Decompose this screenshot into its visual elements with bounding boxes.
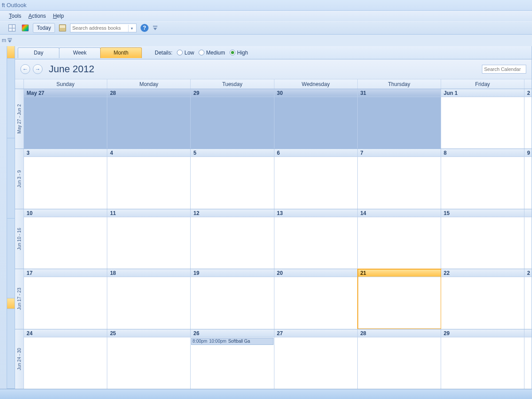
day-body[interactable]: [274, 217, 357, 269]
day-cell[interactable]: 18: [107, 269, 191, 329]
prev-month-button[interactable]: ←: [20, 64, 30, 74]
week-range-label[interactable]: May 27 - Jun 2: [15, 89, 24, 149]
view-tab-day[interactable]: Day: [18, 47, 59, 58]
day-body[interactable]: [274, 277, 357, 329]
day-cell[interactable]: 28: [358, 329, 441, 389]
week-range-label[interactable]: Jun 3 - 9: [15, 149, 24, 208]
day-body[interactable]: [358, 97, 441, 149]
week-range-label[interactable]: Jun 10 - 16: [15, 209, 24, 269]
collapsed-panel-band[interactable]: [7, 59, 15, 138]
day-cell[interactable]: 20: [274, 269, 358, 329]
day-cell[interactable]: 5: [191, 149, 274, 208]
day-cell[interactable]: 22: [441, 269, 524, 329]
day-cell[interactable]: 27: [274, 329, 358, 389]
day-body[interactable]: [524, 277, 532, 329]
day-cell[interactable]: 8: [441, 149, 524, 208]
toolbar-overflow-icon[interactable]: [153, 23, 158, 33]
day-body[interactable]: [441, 277, 524, 329]
day-body[interactable]: [441, 217, 524, 269]
appointment-item[interactable]: 8:00pm10:00pmSoftball Ga: [191, 338, 273, 345]
day-cell[interactable]: 29: [191, 89, 274, 149]
day-body[interactable]: [191, 157, 274, 208]
day-body[interactable]: [24, 157, 107, 208]
address-search-dropdown-icon[interactable]: ▼: [128, 25, 135, 32]
day-cell[interactable]: 3: [24, 149, 107, 208]
day-cell[interactable]: 7: [358, 149, 441, 208]
day-body[interactable]: [358, 217, 441, 269]
day-body[interactable]: [524, 337, 532, 389]
day-cell[interactable]: 31: [358, 89, 441, 149]
day-body[interactable]: [24, 277, 107, 329]
day-cell-edge[interactable]: 2: [524, 89, 532, 149]
day-cell[interactable]: 10: [24, 209, 107, 269]
day-body[interactable]: [107, 337, 190, 389]
day-cell[interactable]: 28: [107, 89, 191, 149]
day-cell-edge[interactable]: 9: [524, 149, 532, 208]
day-body[interactable]: [107, 217, 190, 269]
today-button[interactable]: Today: [33, 23, 55, 33]
day-cell[interactable]: 25: [107, 329, 191, 389]
address-book-icon[interactable]: [57, 23, 68, 33]
search-calendar-input[interactable]: [482, 65, 526, 74]
day-body[interactable]: [191, 217, 274, 269]
details-option-medium[interactable]: Medium: [199, 50, 225, 56]
day-body[interactable]: [524, 97, 532, 149]
menu-tools[interactable]: Tools: [6, 12, 24, 20]
day-body[interactable]: [274, 337, 357, 389]
menu-actions[interactable]: Actions: [26, 12, 48, 20]
day-cell[interactable]: 29: [441, 329, 524, 389]
day-cell-edge[interactable]: [524, 329, 532, 389]
collapsed-panel-band-active[interactable]: [7, 46, 15, 59]
day-body[interactable]: [191, 277, 274, 329]
day-body[interactable]: [24, 337, 107, 389]
day-cell[interactable]: 4: [107, 149, 191, 208]
day-cell[interactable]: 17: [24, 269, 107, 329]
details-option-high[interactable]: High: [230, 50, 248, 56]
day-cell[interactable]: 268:00pm10:00pmSoftball Ga: [191, 329, 274, 389]
week-range-label[interactable]: Jun 24 - 30: [15, 329, 24, 389]
collapsed-panel-band-active[interactable]: [7, 298, 15, 309]
week-range-label[interactable]: Jun 17 - 23: [15, 269, 24, 329]
day-body[interactable]: [107, 277, 190, 329]
day-cell[interactable]: 11: [107, 209, 191, 269]
next-month-button[interactable]: →: [33, 64, 43, 74]
day-body[interactable]: [191, 97, 274, 149]
details-option-low[interactable]: Low: [177, 50, 194, 56]
day-body[interactable]: [24, 217, 107, 269]
help-button[interactable]: ?: [138, 23, 151, 33]
day-body[interactable]: [358, 277, 441, 329]
day-cell[interactable]: Jun 1: [441, 89, 524, 149]
day-cell[interactable]: 6: [274, 149, 358, 208]
day-body[interactable]: [441, 97, 524, 149]
color-categories-icon[interactable]: [20, 23, 31, 33]
collapsed-panel-strip[interactable]: [7, 46, 15, 389]
collapsed-panel-band[interactable]: [7, 309, 15, 389]
day-body[interactable]: [358, 157, 441, 208]
sub-toolbar-overflow-icon[interactable]: [7, 35, 12, 45]
menu-help[interactable]: Help: [50, 12, 66, 20]
day-body[interactable]: [441, 337, 524, 389]
address-search-input[interactable]: [70, 23, 137, 32]
day-cell-edge[interactable]: [524, 209, 532, 269]
day-body[interactable]: 8:00pm10:00pmSoftball Ga: [191, 337, 274, 389]
day-body[interactable]: [107, 157, 190, 208]
day-body[interactable]: [441, 157, 524, 208]
day-body[interactable]: [274, 157, 357, 208]
day-body[interactable]: [107, 97, 190, 149]
view-tab-month[interactable]: Month: [100, 47, 142, 58]
collapsed-nav-strip[interactable]: [0, 46, 7, 389]
day-cell[interactable]: 15: [441, 209, 524, 269]
day-body[interactable]: [358, 337, 441, 389]
collapsed-panel-band[interactable]: [7, 138, 15, 218]
day-cell[interactable]: 12: [191, 209, 274, 269]
day-body[interactable]: [524, 217, 532, 269]
day-cell-edge[interactable]: 2: [524, 269, 532, 329]
day-cell[interactable]: 21: [358, 269, 441, 329]
day-cell[interactable]: 24: [24, 329, 107, 389]
day-body[interactable]: [24, 97, 107, 149]
collapsed-panel-band[interactable]: [7, 219, 15, 298]
day-cell[interactable]: 19: [191, 269, 274, 329]
day-cell[interactable]: May 27: [24, 89, 107, 149]
day-body[interactable]: [274, 97, 357, 149]
view-tab-week[interactable]: Week: [59, 47, 101, 58]
